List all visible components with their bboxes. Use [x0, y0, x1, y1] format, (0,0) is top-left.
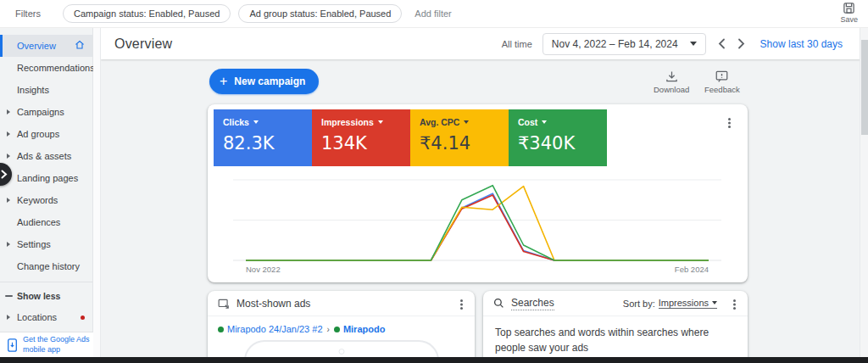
- download-button[interactable]: Download: [654, 70, 689, 94]
- breadcrumb-ad-link[interactable]: Mirapodo 24/Jan/23 #2: [227, 324, 323, 334]
- ad-group-status-filter-chip[interactable]: Ad group status: Enabled, Paused: [238, 4, 402, 23]
- sidebar-item-change-history[interactable]: Change history: [0, 255, 92, 277]
- navigation-sidebar: Overview Recommendations Insights Campai…: [0, 28, 93, 357]
- ad-preview-icon: [218, 299, 230, 309]
- mobile-app-promo-label: Get the Google Ads mobile app: [23, 335, 93, 355]
- metric-value: 134K: [321, 133, 410, 154]
- sidebar-item-label: Ad groups: [17, 129, 59, 139]
- sidebar-item-label: Overview: [17, 41, 56, 51]
- save-label: Save: [840, 15, 858, 24]
- sidebar-item-locations[interactable]: Locations: [0, 306, 92, 328]
- searches-description: Top searches and words within searches w…: [483, 316, 748, 355]
- previous-period-button[interactable]: [718, 38, 726, 49]
- campaign-status-filter-chip[interactable]: Campaign status: Enabled, Paused: [63, 4, 231, 23]
- metric-label: Cost: [518, 117, 537, 127]
- minus-icon: [5, 295, 13, 297]
- phone-camera-icon: [338, 349, 344, 355]
- sidebar-item-label: Change history: [17, 261, 80, 271]
- sidebar-item-ads-assets[interactable]: Ads & assets: [0, 145, 92, 167]
- expand-caret-icon: [7, 198, 10, 203]
- scrollbar-thumb[interactable]: [861, 40, 868, 135]
- download-icon: [665, 70, 678, 82]
- searches-card: Searches Sort by: Impressions Top search…: [483, 291, 748, 357]
- sidebar-item-ad-groups[interactable]: Ad groups: [0, 123, 92, 145]
- x-axis-tick-end: Feb 2024: [675, 265, 709, 274]
- metric-value: 82.3K: [223, 133, 312, 154]
- performance-line-chart: [208, 170, 748, 282]
- sidebar-item-campaigns[interactable]: Campaigns: [0, 101, 92, 123]
- search-icon: [493, 298, 504, 309]
- feedback-button[interactable]: Feedback: [704, 70, 740, 94]
- expand-caret-icon: [7, 131, 10, 137]
- expand-caret-icon: [7, 109, 10, 114]
- sidebar-item-label: Audiences: [17, 217, 60, 227]
- chevron-down-icon: [378, 120, 383, 124]
- expand-caret-icon: [7, 154, 10, 159]
- date-range-selector[interactable]: Nov 4, 2022 – Feb 14, 2024: [542, 33, 706, 55]
- metric-label: Clicks: [223, 117, 249, 127]
- time-range-label: All time: [502, 39, 532, 49]
- most-shown-ads-card: Most-shown ads Mirapodo 24/Jan/23 #2 › M…: [208, 291, 475, 357]
- sidebar-item-label: Insights: [17, 85, 49, 95]
- sidebar-gutter: [93, 28, 101, 357]
- feedback-label: Feedback: [704, 85, 740, 94]
- metric-tile-impressions[interactable]: Impressions 134K: [312, 109, 410, 166]
- show-last-30-days-link[interactable]: Show last 30 days: [760, 38, 843, 50]
- metric-tiles: Clicks 82.3K Impressions 134K Avg. CPC ₹…: [214, 109, 607, 166]
- save-button[interactable]: Save: [840, 2, 858, 24]
- performance-summary-card: Clicks 82.3K Impressions 134K Avg. CPC ₹…: [208, 104, 748, 282]
- sidebar-item-overview[interactable]: Overview: [0, 35, 92, 57]
- breadcrumb-separator: ›: [327, 325, 330, 334]
- card-title[interactable]: Searches: [511, 297, 554, 310]
- vertical-scrollbar: [860, 28, 868, 357]
- sidebar-item-insights[interactable]: Insights: [0, 79, 92, 101]
- save-icon: [843, 2, 855, 14]
- sort-by-value: Impressions: [659, 298, 709, 308]
- sidebar-item-label: Recommendations: [17, 63, 95, 73]
- chevron-down-icon: [712, 301, 717, 304]
- expand-caret-icon: [7, 315, 10, 320]
- sidebar-item-label: Ads & assets: [17, 151, 71, 161]
- sidebar-item-recommendations[interactable]: Recommendations: [0, 57, 92, 79]
- metric-tile-cost[interactable]: Cost ₹340K: [509, 109, 607, 166]
- download-label: Download: [654, 85, 689, 94]
- metric-tile-avg-cpc[interactable]: Avg. CPC ₹4.14: [410, 109, 509, 166]
- breadcrumb-campaign-link[interactable]: Mirapodo: [343, 324, 386, 334]
- sidebar-item-label: Locations: [17, 312, 57, 322]
- page-title: Overview: [114, 36, 172, 52]
- more-options-icon[interactable]: [460, 299, 463, 302]
- feedback-icon: [715, 70, 728, 82]
- chevron-down-icon: [464, 120, 469, 124]
- plus-icon: +: [220, 75, 227, 88]
- metric-label: Impressions: [321, 117, 374, 127]
- more-options-icon[interactable]: [733, 299, 736, 302]
- sidebar-item-label: Settings: [17, 239, 51, 249]
- sidebar-item-settings[interactable]: Settings: [0, 233, 92, 255]
- sidebar-item-keywords[interactable]: Keywords: [0, 189, 92, 211]
- new-campaign-button[interactable]: + New campaign: [209, 69, 319, 94]
- sidebar-item-audiences[interactable]: Audiences: [0, 211, 92, 233]
- show-less-label: Show less: [17, 291, 60, 301]
- status-dot-icon: [218, 327, 224, 332]
- breadcrumb: Mirapodo 24/Jan/23 #2 › Mirapodo: [208, 316, 475, 334]
- sidebar-divider: [0, 282, 92, 282]
- show-less-button[interactable]: Show less: [0, 286, 92, 306]
- sidebar-item-landing-pages[interactable]: Landing pages: [0, 167, 92, 189]
- metric-value: ₹340K: [518, 133, 607, 154]
- next-period-button[interactable]: [737, 38, 745, 49]
- new-campaign-label: New campaign: [234, 75, 305, 87]
- filter-bar: Filters Campaign status: Enabled, Paused…: [0, 0, 868, 28]
- metric-tile-clicks[interactable]: Clicks 82.3K: [214, 109, 312, 166]
- more-options-icon[interactable]: [728, 118, 731, 120]
- add-filter-button[interactable]: Add filter: [415, 8, 451, 19]
- mobile-phone-icon: [7, 338, 18, 352]
- window-bottom-edge: [0, 357, 868, 363]
- sort-by-dropdown[interactable]: Impressions: [659, 298, 717, 309]
- page-header: Overview All time Nov 4, 2022 – Feb 14, …: [101, 28, 868, 59]
- expand-caret-icon: [7, 242, 10, 247]
- sidebar-item-label: Landing pages: [17, 173, 78, 183]
- mobile-app-promo[interactable]: Get the Google Ads mobile app: [0, 332, 93, 357]
- metric-value: ₹4.14: [420, 133, 509, 154]
- ad-preview-phone-mockup: [244, 340, 439, 357]
- sidebar-item-label: Campaigns: [17, 107, 64, 117]
